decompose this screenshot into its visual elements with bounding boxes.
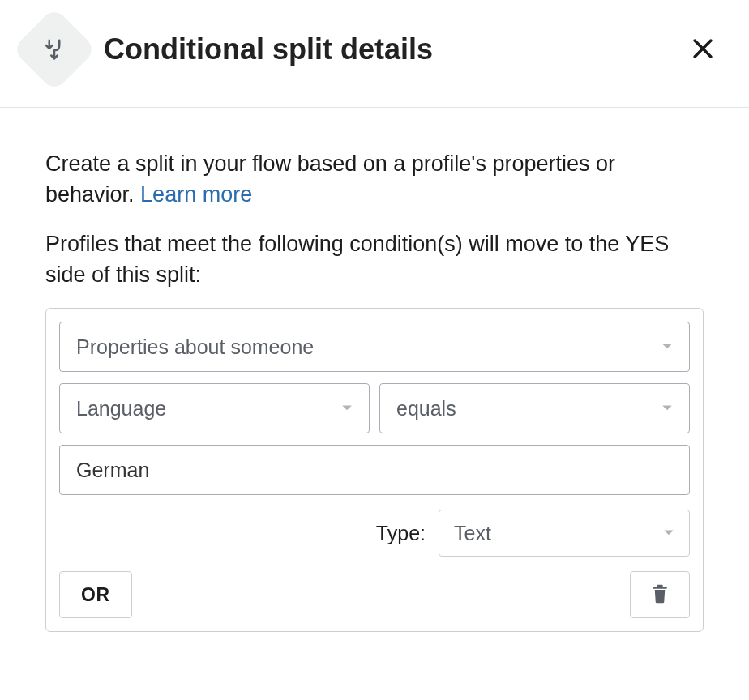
type-value: Text	[454, 522, 491, 545]
panel-title: Conditional split details	[104, 32, 661, 66]
value-input[interactable]: German	[59, 445, 690, 495]
panel-header: Conditional split details	[0, 0, 749, 108]
split-icon	[42, 37, 66, 62]
actions-row: OR	[59, 571, 690, 618]
category-row: Properties about someone	[59, 322, 690, 372]
svg-rect-1	[653, 587, 667, 589]
category-value: Properties about someone	[76, 335, 314, 359]
property-value: Language	[76, 397, 166, 420]
close-button[interactable]	[681, 27, 725, 73]
close-icon	[689, 35, 717, 65]
condition-group: Properties about someone Language equals	[45, 308, 704, 632]
type-select[interactable]: Text	[439, 510, 690, 557]
caret-down-icon	[661, 404, 673, 412]
instructions-text: Profiles that meet the following conditi…	[45, 228, 704, 291]
inner-panel: Create a split in your flow based on a p…	[24, 108, 725, 632]
type-row: Type: Text	[59, 510, 690, 557]
operator-select[interactable]: equals	[379, 383, 690, 433]
or-button[interactable]: OR	[59, 571, 132, 618]
caret-down-icon	[341, 404, 353, 412]
property-operator-row: Language equals	[59, 383, 690, 433]
content-wrapper: Create a split in your flow based on a p…	[0, 108, 749, 632]
delete-button[interactable]	[630, 571, 690, 618]
svg-rect-0	[657, 585, 663, 587]
description-text: Create a split in your flow based on a p…	[45, 148, 704, 211]
trash-icon	[652, 584, 668, 606]
caret-down-icon	[661, 343, 673, 351]
value-text: German	[76, 459, 149, 482]
property-select[interactable]: Language	[59, 383, 370, 433]
description-prefix: Create a split in your flow based on a p…	[45, 152, 615, 207]
operator-value: equals	[396, 397, 456, 420]
split-icon-badge	[12, 7, 97, 92]
caret-down-icon	[663, 529, 674, 537]
category-select[interactable]: Properties about someone	[59, 322, 690, 372]
learn-more-link[interactable]: Learn more	[140, 182, 252, 207]
type-label: Type:	[376, 522, 426, 545]
